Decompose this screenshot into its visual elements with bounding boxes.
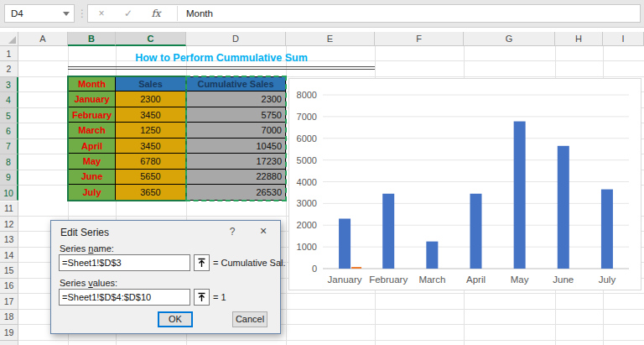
formula-bar-separator: ⋮ <box>78 3 86 24</box>
column-header-f[interactable]: F <box>375 32 464 46</box>
cell-month[interactable]: March <box>68 123 116 138</box>
chart-canvas: 010002000300040005000600070008000January… <box>289 79 641 290</box>
cell-sales[interactable]: 5650 <box>116 170 186 185</box>
row-header-18[interactable]: 18 <box>0 310 18 325</box>
cell-month[interactable]: May <box>68 154 116 169</box>
series-values-input[interactable] <box>59 289 190 306</box>
row-header-5[interactable]: 5 <box>0 108 18 123</box>
cell-month[interactable]: July <box>68 185 116 200</box>
row-header-12[interactable]: 12 <box>0 217 18 232</box>
row-header-10[interactable]: 10 <box>0 186 18 201</box>
row-header-3[interactable]: 3 <box>0 77 18 92</box>
row-header-2[interactable]: 2 <box>0 61 18 76</box>
bar-february[interactable] <box>382 194 394 269</box>
close-icon[interactable]: × <box>254 224 273 239</box>
y-axis-tick: 3000 <box>297 198 317 208</box>
y-axis-tick: 2000 <box>297 220 317 230</box>
bar-april[interactable] <box>470 194 482 269</box>
column-header-b[interactable]: B <box>68 32 116 46</box>
table-header-cumulative-sales[interactable]: Cumulative Sales <box>186 76 286 91</box>
cancel-button[interactable]: Cancel <box>232 311 267 327</box>
row-header-11[interactable]: 11 <box>0 201 18 217</box>
column-header-a[interactable]: A <box>18 32 68 46</box>
row-header-9[interactable]: 9 <box>0 170 18 186</box>
cell-month[interactable]: February <box>68 107 116 123</box>
formula-strip: × ✓ fx Month <box>87 4 641 23</box>
collapse-arrow-icon <box>197 292 206 302</box>
cell-cumulative[interactable]: 2300 <box>186 91 286 107</box>
y-axis-tick: 4000 <box>297 177 317 187</box>
cell-sales[interactable]: 2300 <box>116 91 186 107</box>
row-header-14[interactable]: 14 <box>0 248 18 263</box>
bar-new-series-january[interactable] <box>351 267 361 269</box>
row-header-1[interactable]: 1 <box>0 46 18 61</box>
ok-button[interactable]: OK <box>158 311 193 327</box>
cell-cumulative[interactable]: 17230 <box>186 154 286 169</box>
formula-bar: D4 ⋮ × ✓ fx Month <box>0 0 644 28</box>
help-icon[interactable]: ? <box>226 226 239 239</box>
row-header-19[interactable]: 19 <box>0 325 18 340</box>
table-header-sales[interactable]: Sales <box>116 76 186 91</box>
sheet-title: How to Perform Cummulative Sum <box>68 52 375 64</box>
formula-input[interactable]: Month <box>181 8 213 18</box>
cell-month[interactable]: April <box>68 139 116 154</box>
cell-cumulative[interactable]: 26530 <box>186 185 286 200</box>
excel-window: D4 ⋮ × ✓ fx Month ABCDEFGHI 123456789101… <box>0 0 644 345</box>
column-header-i[interactable]: I <box>603 32 644 46</box>
column-header-e[interactable]: E <box>286 32 375 46</box>
collapse-dialog-button[interactable] <box>194 254 210 271</box>
bar-may[interactable] <box>514 122 526 269</box>
cell-sales[interactable]: 6780 <box>116 154 186 169</box>
cell-cumulative[interactable]: 7000 <box>186 123 286 138</box>
column-header-d[interactable]: D <box>186 32 286 46</box>
cell-cumulative[interactable]: 5750 <box>186 107 286 123</box>
bar-july[interactable] <box>601 190 613 269</box>
bar-january[interactable] <box>339 218 351 269</box>
column-header-c[interactable]: C <box>116 32 186 46</box>
row-header-17[interactable]: 17 <box>0 294 18 309</box>
cancel-icon[interactable]: × <box>88 8 115 19</box>
name-box[interactable]: D4 <box>4 4 75 23</box>
row-header-16[interactable]: 16 <box>0 279 18 294</box>
series-values-result: = 1 <box>213 292 226 302</box>
row-header-4[interactable]: 4 <box>0 92 18 107</box>
cell-cumulative[interactable]: 22880 <box>186 170 286 185</box>
x-axis-label: June <box>553 274 574 285</box>
row-header-partial[interactable] <box>0 341 18 345</box>
x-axis-label: March <box>418 274 445 285</box>
y-axis-tick: 1000 <box>297 242 317 252</box>
cell-sales[interactable]: 3450 <box>116 139 186 154</box>
bar-march[interactable] <box>426 242 438 269</box>
series-name-input[interactable] <box>59 254 190 271</box>
x-axis-label: January <box>328 274 362 285</box>
column-header-h[interactable]: H <box>555 32 603 46</box>
edit-series-dialog: Edit Series ? × Series name: = Cumulativ… <box>50 220 281 334</box>
select-all-corner[interactable] <box>0 32 18 46</box>
dialog-title: Edit Series <box>60 227 109 238</box>
cell-month[interactable]: January <box>68 91 116 107</box>
row-header-13[interactable]: 13 <box>0 232 18 247</box>
column-header-g[interactable]: G <box>464 32 555 46</box>
series-name-label: Series name: <box>60 243 114 254</box>
bar-june[interactable] <box>558 146 569 269</box>
x-axis-label: July <box>599 274 616 285</box>
insert-function-icon[interactable]: fx <box>142 8 170 19</box>
row-header-8[interactable]: 8 <box>0 154 18 170</box>
row-header-15[interactable]: 15 <box>0 263 18 278</box>
cell-month[interactable]: June <box>68 170 116 185</box>
enter-icon[interactable]: ✓ <box>115 8 142 19</box>
bar-chart[interactable]: 010002000300040005000600070008000January… <box>288 78 641 290</box>
y-axis-tick: 5000 <box>297 155 317 165</box>
x-axis-label: April <box>466 274 486 285</box>
grid-line <box>286 46 287 345</box>
cell-sales[interactable]: 3450 <box>116 107 186 123</box>
table-header-month[interactable]: Month <box>68 76 116 91</box>
collapse-dialog-button-2[interactable] <box>194 289 210 306</box>
cell-sales[interactable]: 1250 <box>116 123 186 138</box>
cell-cumulative[interactable]: 10450 <box>186 139 286 154</box>
row-header-7[interactable]: 7 <box>0 139 18 154</box>
name-box-dropdown-icon[interactable] <box>63 12 70 16</box>
cell-sales[interactable]: 3650 <box>116 185 186 200</box>
y-axis-tick: 6000 <box>297 133 317 144</box>
row-header-6[interactable]: 6 <box>0 123 18 139</box>
